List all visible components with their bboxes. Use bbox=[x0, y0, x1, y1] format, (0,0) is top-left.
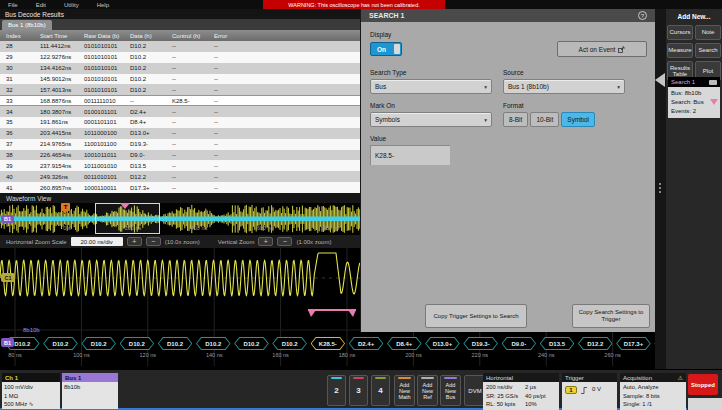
sidebar-add-cursors-button[interactable]: Cursors bbox=[667, 25, 693, 40]
table-cell: 30 bbox=[6, 65, 40, 71]
horizontal-panel[interactable]: Horizontal 200 ns/divSR: 25 GS/sRL: 50 k… bbox=[483, 373, 559, 410]
table-cell: -- bbox=[214, 87, 361, 93]
overview-time-tick: 0 s bbox=[63, 225, 70, 231]
v-zoom-in-button[interactable]: + bbox=[258, 237, 273, 246]
h-zoom-in-button[interactable]: + bbox=[127, 237, 142, 246]
zoom-time-tick: 80 ns bbox=[8, 352, 21, 358]
decode-symbol: D9.0- bbox=[502, 337, 537, 350]
table-cell: 134.4162ns bbox=[40, 65, 84, 71]
mark-on-dropdown[interactable]: Symbols ▾ bbox=[370, 112, 492, 127]
decode-symbol: D10.2 bbox=[234, 337, 269, 350]
table-row[interactable]: 40249.326ns0011010101D12.2---- bbox=[0, 171, 361, 182]
tab-bus1-8b10b[interactable]: Bus 1 (8b10b) bbox=[2, 20, 52, 30]
decode-symbol-label: D10.2 bbox=[82, 338, 115, 349]
decode-symbol-label: D10.2 bbox=[273, 338, 306, 349]
menu-utility[interactable]: Utility bbox=[64, 2, 79, 8]
table-row[interactable]: 32157.4013ns0101010101D10.2---- bbox=[0, 84, 361, 95]
source-label: Source bbox=[503, 69, 524, 76]
zoom-time-tick: 240 ns bbox=[538, 352, 555, 358]
ch1-setting-line: 1 MΩ bbox=[4, 392, 60, 401]
search1-badge-title: Search 1 bbox=[671, 79, 695, 85]
decode-symbol: D10.2 bbox=[158, 337, 193, 350]
display-on-toggle[interactable]: On bbox=[370, 42, 402, 56]
table-cell: D13.5 bbox=[130, 163, 172, 169]
stopped-button[interactable]: Stopped bbox=[688, 374, 718, 395]
table-cell: 1000110011 bbox=[84, 185, 130, 191]
warning-icon: ⚠ bbox=[678, 374, 683, 381]
decode-symbol: D10.2 bbox=[272, 337, 307, 350]
decode-symbol: D12.2 bbox=[578, 337, 613, 350]
value-input[interactable]: K28.5- bbox=[370, 145, 450, 165]
table-cell: D9.0- bbox=[130, 152, 172, 158]
table-cell: 214.9765ns bbox=[40, 141, 84, 147]
add-new-title: Add New... bbox=[666, 13, 722, 20]
table-row[interactable]: 28111.4412ns0101010101D10.2---- bbox=[0, 41, 361, 52]
table-row[interactable]: 36203.4415ns1011000100D13.0+---- bbox=[0, 128, 361, 139]
bus1-decode-chip[interactable]: B1 bbox=[1, 338, 14, 347]
channel-2-button[interactable]: 2 bbox=[327, 375, 346, 406]
add-new-bus-button[interactable]: Add New Bus bbox=[440, 375, 461, 406]
panel-resize-handle[interactable] bbox=[659, 183, 661, 185]
bus1-handle-chip[interactable]: B1 bbox=[1, 215, 14, 223]
format-button-group: 8-Bit10-BitSymbol bbox=[503, 112, 595, 127]
zoom-time-tick: 140 ns bbox=[206, 352, 223, 358]
table-cell: 111.4412ns bbox=[40, 43, 84, 49]
sidebar-add-search-button[interactable]: Search bbox=[695, 43, 721, 58]
add-new-ref-button[interactable]: Add New Ref bbox=[417, 375, 438, 406]
table-row[interactable]: 33168.8876ns0011111010--K28.5--- bbox=[0, 95, 361, 106]
results-title: Bus Decode Results bbox=[0, 9, 361, 19]
table-cell: -- bbox=[172, 87, 214, 93]
table-cell: -- bbox=[172, 109, 214, 115]
bus-decode-results-panel: Bus Decode Results Bus 1 (8b10b) IndexSt… bbox=[0, 9, 361, 193]
add-new-math-button[interactable]: Add New Math bbox=[394, 375, 415, 406]
menu-help[interactable]: Help bbox=[97, 2, 109, 8]
table-row[interactable]: 30134.4162ns0101010101D10.2---- bbox=[0, 63, 361, 74]
overview-time-tick: 400 ns bbox=[191, 225, 208, 231]
menu-edit[interactable]: Edit bbox=[36, 2, 46, 8]
table-cell: 157.4013ns bbox=[40, 87, 84, 93]
channel-3-button[interactable]: 3 bbox=[349, 375, 368, 406]
v-zoom-out-button[interactable]: − bbox=[277, 237, 292, 246]
ch1-handle-chip[interactable]: C1 bbox=[1, 273, 15, 282]
search1-badge-line: Events: 2 bbox=[671, 107, 718, 116]
source-dropdown[interactable]: Bus 1 (8b10b) ▾ bbox=[503, 79, 625, 94]
copy-search-to-trigger-button[interactable]: Copy Search Settings to Trigger bbox=[572, 304, 650, 328]
table-row[interactable]: 37214.9765ns1100101100D19.3----- bbox=[0, 139, 361, 150]
table-row[interactable]: 34180.3807ns0100101101D2.4+---- bbox=[0, 106, 361, 117]
bus1-badge[interactable]: Bus 1 8b10b bbox=[62, 373, 118, 409]
h-zoom-out-button[interactable]: − bbox=[146, 237, 161, 246]
table-row[interactable]: 41260.8957ns1000110011D17.3+---- bbox=[0, 182, 361, 193]
table-cell: 145.9012ns bbox=[40, 76, 84, 82]
ch1-badge-title: Ch 1 bbox=[2, 373, 60, 382]
acquisition-title-text: Acquisition bbox=[623, 375, 652, 381]
act-on-event-button[interactable]: Act on Event bbox=[557, 41, 647, 57]
ch1-badge[interactable]: Ch 1 100 mV/div1 MΩ500 MHz ∿ bbox=[2, 373, 60, 409]
table-cell: 38 bbox=[6, 152, 40, 158]
channel-4-button[interactable]: 4 bbox=[371, 375, 390, 406]
table-row[interactable]: 35191.861ns0001101101D8.4+---- bbox=[0, 117, 361, 128]
table-row[interactable]: 29122.9276ns0101010101D10.2---- bbox=[0, 52, 361, 63]
h-zoom-scale-input[interactable]: 20.00 ns/div bbox=[71, 237, 123, 246]
format-symbol-button[interactable]: Symbol bbox=[561, 112, 595, 127]
trigger-marker[interactable]: T bbox=[61, 203, 70, 211]
search1-result-badge[interactable]: Search 1 Bus: 8b10bSearch: BusEvents: 2 bbox=[668, 77, 720, 118]
table-row[interactable]: 38226.4654ns1001011011D9.0----- bbox=[0, 150, 361, 161]
add-button-label: Add New Ref bbox=[418, 382, 437, 400]
table-cell: D10.2 bbox=[130, 87, 172, 93]
bottom-settings-bar: Ch 1 100 mV/div1 MΩ500 MHz ∿ Bus 1 8b10b… bbox=[0, 369, 722, 410]
copy-trigger-to-search-button[interactable]: Copy Trigger Settings to Search bbox=[425, 304, 527, 328]
menu-file[interactable]: File bbox=[8, 2, 18, 8]
sidebar-add-measure-button[interactable]: Measure bbox=[667, 43, 693, 58]
table-cell: 33 bbox=[6, 98, 40, 104]
table-row[interactable]: 39237.9154ns1011001010D13.5---- bbox=[0, 160, 361, 171]
add-new-button-grid: CursorsNoteMeasureSearchResults TablePlo… bbox=[666, 25, 722, 81]
search-type-dropdown[interactable]: Bus ▾ bbox=[370, 79, 492, 94]
format-8-bit-button[interactable]: 8-Bit bbox=[503, 112, 528, 127]
table-row[interactable]: 31145.9012ns0101010101D10.2---- bbox=[0, 74, 361, 85]
acquisition-panel[interactable]: Acquisition ⚠ Auto, AnalyzeSample: 8 bit… bbox=[620, 373, 686, 410]
format-10-bit-button[interactable]: 10-Bit bbox=[530, 112, 559, 127]
sidebar-add-note-button[interactable]: Note bbox=[695, 25, 721, 40]
help-icon[interactable]: ? bbox=[638, 11, 647, 20]
overview-time-tick: 600 ns bbox=[257, 225, 274, 231]
trigger-panel[interactable]: Trigger 1 0 V bbox=[562, 373, 617, 410]
